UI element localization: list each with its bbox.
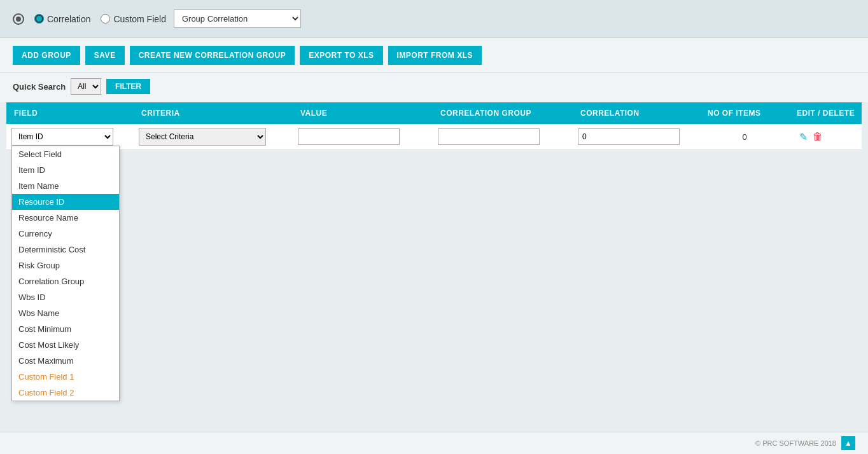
import-from-xls-button[interactable]: IMPORT FROM XLS (388, 46, 482, 65)
field-dropdown-item[interactable]: Custom Field 1 (12, 369, 119, 385)
correlation-input[interactable] (578, 128, 680, 145)
field-dropdown-item[interactable]: Item ID (12, 162, 119, 178)
field-dropdown-open[interactable]: Select FieldItem IDItem NameResource IDR… (11, 146, 120, 401)
th-edit-delete: EDIT / DELETE (789, 102, 865, 124)
table-row: Select FieldItem IDItem NameResource IDR… (6, 124, 862, 150)
scroll-to-top-button[interactable]: ▲ (841, 436, 855, 450)
edit-icon[interactable]: ✎ (799, 131, 808, 143)
field-select[interactable]: Select FieldItem IDItem NameResource IDR… (11, 128, 113, 146)
field-dropdown-item[interactable]: Item Name (12, 178, 119, 194)
no-of-items-cell: 0 (700, 128, 789, 146)
field-dropdown-item[interactable]: Wbs Name (12, 305, 119, 321)
value-input[interactable] (298, 128, 400, 145)
field-dropdown-item[interactable]: Cost Minimum (12, 321, 119, 337)
copyright-text: © PRC SOFTWARE 2018 (755, 439, 836, 447)
th-correlation: CORRELATION (573, 102, 700, 124)
radio-correlation[interactable]: Correlation (34, 14, 90, 24)
field-dropdown-item[interactable]: Resource Name (12, 210, 119, 226)
radio-group: Correlation Custom Field (13, 13, 166, 25)
save-button[interactable]: SAVE (85, 46, 125, 65)
field-select-wrapper: Select FieldItem IDItem NameResource IDR… (11, 128, 129, 146)
correlation-cell (573, 125, 700, 149)
radio-correlation-label: Correlation (47, 14, 90, 24)
filter-button[interactable]: FILTER (106, 79, 150, 94)
quick-search-select[interactable]: All (71, 78, 101, 95)
field-dropdown-item[interactable]: Currency (12, 226, 119, 242)
quick-search-label: Quick Search (13, 82, 66, 92)
group-correlation-dropdown[interactable]: Group CorrelationItem Correlation (174, 10, 301, 28)
th-criteria: CRITERIA (134, 102, 293, 124)
table-header: FIELD CRITERIA VALUE CORRELATION GROUP C… (6, 102, 862, 124)
field-cell: Select FieldItem IDItem NameResource IDR… (6, 124, 134, 149)
field-dropdown-item[interactable]: Deterministic Cost (12, 242, 119, 258)
toolbar: ADD GROUP SAVE CREATE NEW CORRELATION GR… (0, 38, 868, 73)
value-cell (293, 125, 433, 149)
th-field: FIELD (6, 102, 134, 124)
criteria-select[interactable]: Select CriteriaEqualsContainsStarts With… (139, 128, 266, 146)
th-correlation-group: CORRELATION GROUP (433, 102, 573, 124)
search-bar: Quick Search All FILTER (0, 73, 868, 102)
field-dropdown-item[interactable]: Cost Most Likely (12, 337, 119, 353)
table-container: FIELD CRITERIA VALUE CORRELATION GROUP C… (6, 102, 862, 150)
inner-dot-icon (16, 17, 21, 22)
field-dropdown-item[interactable]: Resource ID (12, 194, 119, 210)
top-bar: Correlation Custom Field Group Correlati… (0, 0, 868, 38)
field-dropdown-item[interactable]: Cost Maximum (12, 353, 119, 369)
field-dropdown-item[interactable]: Select Field (12, 146, 119, 162)
field-dropdown-item[interactable]: Custom Field 2 (12, 385, 119, 401)
export-to-xls-button[interactable]: EXPORT TO XLS (300, 46, 382, 65)
delete-icon[interactable]: 🗑 (813, 131, 823, 142)
field-dropdown-item[interactable]: Risk Group (12, 258, 119, 273)
radio-custom-label: Custom Field (113, 14, 165, 24)
th-value: VALUE (293, 102, 433, 124)
add-group-button[interactable]: ADD GROUP (13, 46, 80, 65)
th-no-of-items: NO OF ITEMS (700, 102, 789, 124)
correlation-group-cell (433, 125, 573, 149)
radio-custom-field[interactable]: Custom Field (101, 14, 165, 24)
footer: © PRC SOFTWARE 2018 ▲ (0, 432, 868, 454)
criteria-cell: Select CriteriaEqualsContainsStarts With… (134, 124, 293, 149)
field-dropdown-item[interactable]: Wbs ID (12, 289, 119, 305)
action-icons: ✎ 🗑 (794, 131, 860, 143)
correlation-group-input[interactable] (438, 128, 540, 145)
field-dropdown-item[interactable]: Correlation Group (12, 273, 119, 289)
outer-circle-icon (13, 13, 24, 25)
edit-delete-cell: ✎ 🗑 (789, 127, 865, 147)
create-new-correlation-group-button[interactable]: CREATE NEW CORRELATION GROUP (130, 46, 295, 65)
